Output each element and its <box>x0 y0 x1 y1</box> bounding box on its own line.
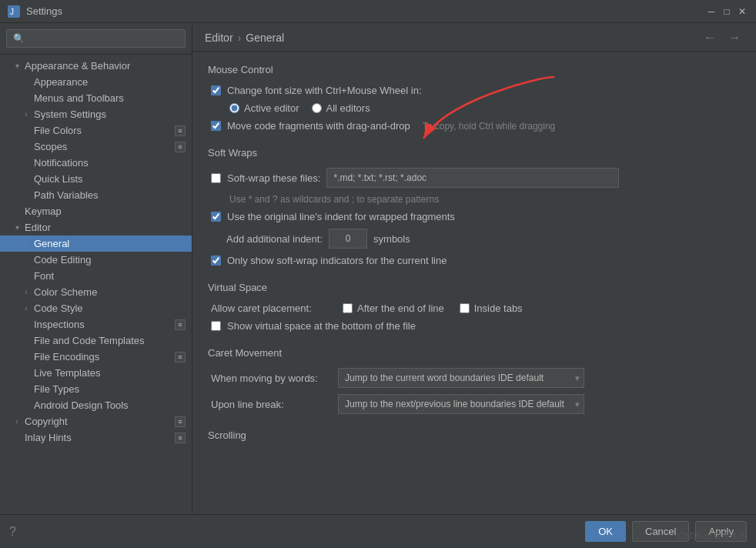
change-font-size-checkbox[interactable] <box>211 85 221 95</box>
expand-arrow: › <box>22 288 31 297</box>
sidebar-item-file-types[interactable]: File Types <box>0 381 192 397</box>
show-virtual-space-row: Show virtual space at the bottom of the … <box>208 320 741 332</box>
after-end-checkbox[interactable] <box>343 303 353 313</box>
upon-line-break-label: Upon line break: <box>211 399 330 410</box>
breadcrumb-part1: Editor <box>205 32 233 44</box>
settings-dialog: ▾Appearance & BehaviorAppearanceMenus an… <box>0 23 756 548</box>
allow-caret-label: Allow caret placement: <box>211 302 330 314</box>
sidebar-item-label: Scopes <box>34 141 67 152</box>
close-button[interactable]: ✕ <box>736 5 748 18</box>
symbols-label: symbols <box>373 233 410 245</box>
sidebar-item-color-scheme[interactable]: ›Color Scheme <box>0 284 192 300</box>
breadcrumb: Editor › General <box>205 32 284 44</box>
badge-icon: ≡ <box>175 416 186 427</box>
help-button[interactable]: ? <box>9 525 16 539</box>
sidebar-item-appearance-behavior[interactable]: ▾Appearance & Behavior <box>0 58 192 74</box>
after-end-label: After the end of line <box>357 302 444 314</box>
use-original-indent-label: Use the original line's indent for wrapp… <box>227 211 455 222</box>
badge-icon: ≡ <box>175 319 186 330</box>
when-moving-select[interactable]: Jump to the current word boundaries IDE … <box>338 368 584 388</box>
minimize-button[interactable]: ─ <box>705 5 718 18</box>
allow-caret-placement-row: Allow caret placement: After the end of … <box>208 302 741 314</box>
only-show-indicators-row: Only show soft-wrap indicators for the c… <box>208 255 741 266</box>
inside-tabs-checkbox[interactable] <box>460 303 470 313</box>
soft-wrap-files-row: Soft-wrap these files: <box>208 168 741 188</box>
sidebar-item-live-templates[interactable]: Live Templates <box>0 365 192 381</box>
sidebar: ▾Appearance & BehaviorAppearanceMenus an… <box>0 23 192 514</box>
soft-wraps-section: Soft Wraps Soft-wrap these files: Use * … <box>208 147 741 266</box>
nav-forward-button[interactable]: → <box>725 31 744 45</box>
breadcrumb-sep: › <box>238 32 242 44</box>
inside-tabs-item: Inside tabs <box>460 302 523 314</box>
soft-wraps-title: Soft Wraps <box>208 147 741 159</box>
sidebar-item-label: Copyright <box>25 416 68 427</box>
maximize-button[interactable]: □ <box>721 5 733 18</box>
sidebar-item-code-style[interactable]: ›Code Style <box>0 300 192 316</box>
all-editors-radio[interactable] <box>312 103 322 113</box>
soft-wrap-pattern-input[interactable] <box>326 168 619 188</box>
sidebar-item-system-settings[interactable]: ›System Settings <box>0 106 192 122</box>
sidebar-item-inspections[interactable]: Inspections≡ <box>0 316 192 332</box>
dialog-footer: ? OK Cancel Apply <box>0 514 756 548</box>
use-original-indent-checkbox[interactable] <box>211 212 221 222</box>
sidebar-item-scopes[interactable]: Scopes≡ <box>0 139 192 155</box>
sidebar-item-label: Menus and Toolbars <box>34 92 124 104</box>
active-editor-label: Active editor <box>244 102 299 114</box>
wildcards-hint: Use * and ? as wildcards and ; to separa… <box>208 194 741 205</box>
active-editor-radio[interactable] <box>229 103 239 113</box>
sidebar-item-file-colors[interactable]: File Colors≡ <box>0 122 192 139</box>
expand-arrow: › <box>12 417 22 426</box>
sidebar-item-editor[interactable]: ▾Editor <box>0 219 192 236</box>
sidebar-item-font[interactable]: Font <box>0 268 192 284</box>
sidebar-item-code-editing[interactable]: Code Editing <box>0 252 192 268</box>
only-show-indicators-checkbox[interactable] <box>211 256 221 266</box>
inside-tabs-label: Inside tabs <box>474 302 523 314</box>
sidebar-item-label: File Types <box>34 383 79 395</box>
virtual-space-title: Virtual Space <box>208 282 741 293</box>
sidebar-item-inlay-hints[interactable]: Inlay Hints≡ <box>0 429 192 446</box>
sidebar-item-general[interactable]: ›General <box>0 236 192 252</box>
change-font-size-row: Change font size with Ctrl+Mouse Wheel i… <box>208 85 741 96</box>
sidebar-item-label: File and Code Templates <box>34 335 145 346</box>
all-editors-radio-item[interactable]: All editors <box>312 102 370 114</box>
window-controls: ─ □ ✕ <box>705 5 748 18</box>
sidebar-item-notifications[interactable]: Notifications <box>0 155 192 171</box>
show-virtual-space-label: Show virtual space at the bottom of the … <box>227 320 416 332</box>
move-code-fragments-checkbox[interactable] <box>211 121 221 131</box>
sidebar-item-file-encodings[interactable]: File Encodings≡ <box>0 349 192 365</box>
sidebar-item-keymap[interactable]: Keymap <box>0 203 192 219</box>
svg-text:J: J <box>10 8 14 16</box>
sidebar-item-label: Appearance & Behavior <box>25 60 130 72</box>
badge-icon: ≡ <box>175 142 186 152</box>
show-virtual-space-checkbox[interactable] <box>211 321 221 331</box>
content-scroll: Mouse Control Change font size with Ctrl… <box>192 52 756 514</box>
ok-button[interactable]: OK <box>585 521 626 542</box>
sidebar-item-android-design-tools[interactable]: Android Design Tools <box>0 397 192 413</box>
sidebar-item-label: Code Style <box>34 302 83 314</box>
sidebar-item-path-variables[interactable]: Path Variables <box>0 187 192 203</box>
badge-icon: ≡ <box>175 352 186 363</box>
soft-wrap-files-checkbox[interactable] <box>211 173 221 183</box>
sidebar-item-menus-toolbars[interactable]: Menus and Toolbars <box>0 90 192 106</box>
sidebar-tree: ▾Appearance & BehaviorAppearanceMenus an… <box>0 55 192 514</box>
sidebar-item-label: Color Scheme <box>34 286 97 298</box>
sidebar-item-quick-lists[interactable]: Quick Lists <box>0 171 192 187</box>
nav-back-button[interactable]: ← <box>701 31 719 45</box>
sidebar-item-label: File Encodings <box>34 351 99 363</box>
virtual-space-checkboxes: After the end of line Inside tabs <box>343 302 523 314</box>
upon-line-break-select[interactable]: Jump to the next/previous line boundarie… <box>338 394 584 414</box>
nav-arrows: ← → <box>701 31 744 45</box>
search-input[interactable] <box>6 29 186 48</box>
sidebar-item-file-code-templates[interactable]: File and Code Templates <box>0 332 192 349</box>
sidebar-item-label: Android Design Tools <box>34 399 129 411</box>
sidebar-item-label: System Settings <box>34 109 106 120</box>
move-code-fragments-row: Move code fragments with drag-and-drop T… <box>208 120 741 132</box>
expand-arrow: ▾ <box>12 223 22 232</box>
sidebar-item-label: Inlay Hints <box>25 432 72 443</box>
sidebar-item-copyright[interactable]: ›Copyright≡ <box>0 413 192 429</box>
content-area-wrapper: Editor › General ← → Mouse Control <box>192 23 756 514</box>
sidebar-item-appearance[interactable]: Appearance <box>0 74 192 90</box>
active-editor-radio-item[interactable]: Active editor <box>229 102 299 114</box>
sidebar-item-label: Code Editing <box>34 254 91 266</box>
additional-indent-input[interactable] <box>329 229 367 249</box>
